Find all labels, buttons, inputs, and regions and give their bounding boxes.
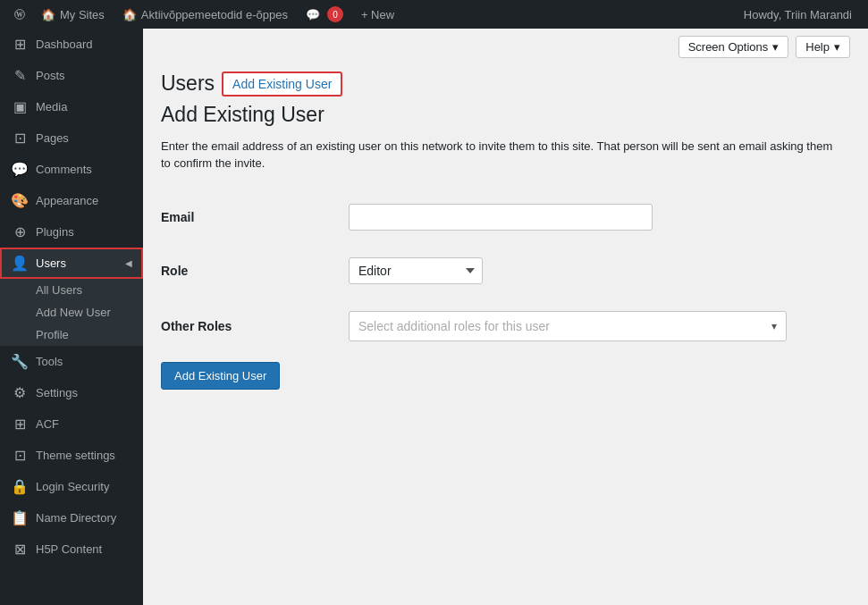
sidebar-item-comments[interactable]: 💬 Comments — [0, 154, 143, 185]
page-title: Add Existing User — [161, 103, 850, 127]
help-label: Help — [805, 40, 830, 54]
other-roles-placeholder: Select additional roles for this user — [358, 319, 771, 333]
sidebar-label-name-directory: Name Directory — [36, 511, 116, 525]
sidebar-item-theme-settings[interactable]: ⊡ Theme settings — [0, 440, 143, 471]
sidebar-label-posts: Posts — [36, 69, 65, 82]
site-name-label: Aktiivõppemeetodid e-õppes — [141, 8, 288, 21]
sidebar-label-login-security: Login Security — [36, 480, 109, 493]
media-icon: ▣ — [11, 98, 29, 115]
screen-options-button[interactable]: Screen Options ▾ — [678, 36, 789, 58]
role-select[interactable]: Editor Author Contributor Subscriber Adm… — [349, 257, 483, 284]
other-roles-row: Other Roles Select additional roles for … — [161, 298, 850, 355]
admin-bar: W 🏠 My Sites 🏠 Aktiivõppemeetodid e-õppe… — [0, 0, 868, 29]
users-arrow: ◀ — [125, 258, 132, 268]
email-input[interactable] — [349, 204, 653, 231]
sidebar-item-appearance[interactable]: 🎨 Appearance — [0, 185, 143, 216]
site-icon: 🏠 — [122, 8, 137, 21]
admin-sidebar: ⊞ Dashboard ✎ Posts ▣ Media ⊡ Pages 💬 Co… — [0, 29, 143, 605]
dashboard-icon: ⊞ — [11, 36, 29, 53]
content-body: Users Add Existing User Add Existing Use… — [143, 65, 868, 605]
profile-label: Profile — [36, 328, 69, 341]
screen-options-chevron: ▾ — [772, 40, 779, 54]
help-button[interactable]: Help ▾ — [796, 36, 850, 58]
h5p-icon: ⊠ — [11, 541, 29, 558]
wp-logo[interactable]: W — [7, 0, 32, 29]
email-row: Email — [161, 190, 850, 244]
acf-icon: ⊞ — [11, 416, 29, 433]
my-sites-menu[interactable]: 🏠 My Sites — [32, 0, 114, 29]
submenu-add-new-user[interactable]: Add New User — [0, 301, 143, 324]
sidebar-item-pages[interactable]: ⊡ Pages — [0, 122, 143, 154]
sidebar-item-tools[interactable]: 🔧 Tools — [0, 346, 143, 377]
sidebar-item-settings[interactable]: ⚙ Settings — [0, 377, 143, 408]
appearance-icon: 🎨 — [11, 192, 29, 209]
content-area: Screen Options ▾ Help ▾ Users Add Existi… — [143, 29, 868, 605]
comments-count: 0 — [327, 6, 343, 22]
sidebar-item-name-directory[interactable]: 📋 Name Directory — [0, 502, 143, 534]
other-roles-arrow: ▾ — [771, 320, 777, 332]
page-description: Enter the email address of an existing u… — [161, 138, 840, 172]
adminbar-right: Howdy, Triin Marandi — [735, 0, 861, 29]
sidebar-label-plugins: Plugins — [36, 225, 74, 239]
posts-icon: ✎ — [11, 67, 29, 84]
pages-icon: ⊡ — [11, 130, 29, 147]
sidebar-item-posts[interactable]: ✎ Posts — [0, 60, 143, 91]
settings-icon: ⚙ — [11, 384, 29, 401]
home-icon: 🏠 — [41, 8, 55, 21]
my-sites-label: My Sites — [60, 8, 105, 21]
users-submenu: All Users Add New User Profile — [0, 279, 143, 346]
name-directory-icon: 📋 — [11, 509, 29, 526]
sidebar-label-tools: Tools — [36, 355, 63, 368]
main-layout: ⊞ Dashboard ✎ Posts ▣ Media ⊡ Pages 💬 Co… — [0, 29, 868, 605]
plugins-icon: ⊕ — [11, 223, 29, 240]
sidebar-item-users[interactable]: 👤 Users ◀ — [0, 248, 143, 279]
other-roles-select[interactable]: Select additional roles for this user ▾ — [349, 311, 787, 341]
submit-label: Add Existing User — [174, 369, 266, 382]
howdy-label: Howdy, Triin Marandi — [744, 8, 852, 21]
sidebar-label-appearance: Appearance — [36, 194, 98, 207]
role-row: Role Editor Author Contributor Subscribe… — [161, 244, 850, 298]
form-table: Email Role Edito — [161, 190, 850, 355]
sidebar-label-pages: Pages — [36, 131, 69, 145]
sidebar-label-dashboard: Dashboard — [36, 38, 93, 51]
submenu-profile[interactable]: Profile — [0, 324, 143, 346]
sidebar-item-acf[interactable]: ⊞ ACF — [0, 408, 143, 440]
other-roles-label: Other Roles — [161, 319, 232, 333]
breadcrumb: Users Add Existing User — [161, 71, 850, 97]
sidebar-label-h5p: H5P Content — [36, 542, 102, 556]
all-users-label: All Users — [36, 283, 82, 297]
sidebar-item-login-security[interactable]: 🔒 Login Security — [0, 471, 143, 502]
sidebar-label-media: Media — [36, 100, 67, 113]
submenu-all-users[interactable]: All Users — [0, 279, 143, 301]
users-icon: 👤 — [11, 255, 29, 272]
new-label: + New — [361, 8, 394, 21]
email-label: Email — [161, 210, 194, 224]
sidebar-item-dashboard[interactable]: ⊞ Dashboard — [0, 29, 143, 60]
sidebar-label-theme-settings: Theme settings — [36, 449, 115, 462]
add-existing-user-form: Email Role Edito — [161, 190, 850, 390]
add-new-user-label: Add New User — [36, 306, 111, 319]
sidebar-label-comments: Comments — [36, 163, 92, 176]
comments-icon: 💬 — [306, 8, 320, 21]
svg-text:W: W — [16, 11, 23, 19]
sidebar-label-users: Users — [36, 256, 66, 270]
sidebar-item-media[interactable]: ▣ Media — [0, 91, 143, 122]
sidebar-item-plugins[interactable]: ⊕ Plugins — [0, 216, 143, 248]
breadcrumb-current[interactable]: Add Existing User — [222, 71, 342, 97]
new-content-menu[interactable]: + New — [352, 0, 403, 29]
comments-menu[interactable]: 💬 0 — [297, 0, 352, 29]
theme-settings-icon: ⊡ — [11, 447, 29, 464]
screen-options-label: Screen Options — [688, 40, 769, 54]
breadcrumb-parent: Users — [161, 71, 215, 97]
content-header: Screen Options ▾ Help ▾ — [143, 29, 868, 65]
sidebar-label-settings: Settings — [36, 386, 78, 399]
add-existing-user-button[interactable]: Add Existing User — [161, 362, 280, 390]
role-label: Role — [161, 264, 188, 278]
sidebar-item-h5p[interactable]: ⊠ H5P Content — [0, 534, 143, 565]
sidebar-label-acf: ACF — [36, 417, 59, 431]
tools-icon: 🔧 — [11, 353, 29, 370]
howdy-menu[interactable]: Howdy, Triin Marandi — [735, 0, 861, 29]
login-security-icon: 🔒 — [11, 478, 29, 495]
site-name-menu[interactable]: 🏠 Aktiivõppemeetodid e-õppes — [114, 0, 297, 29]
help-chevron: ▾ — [834, 40, 840, 54]
